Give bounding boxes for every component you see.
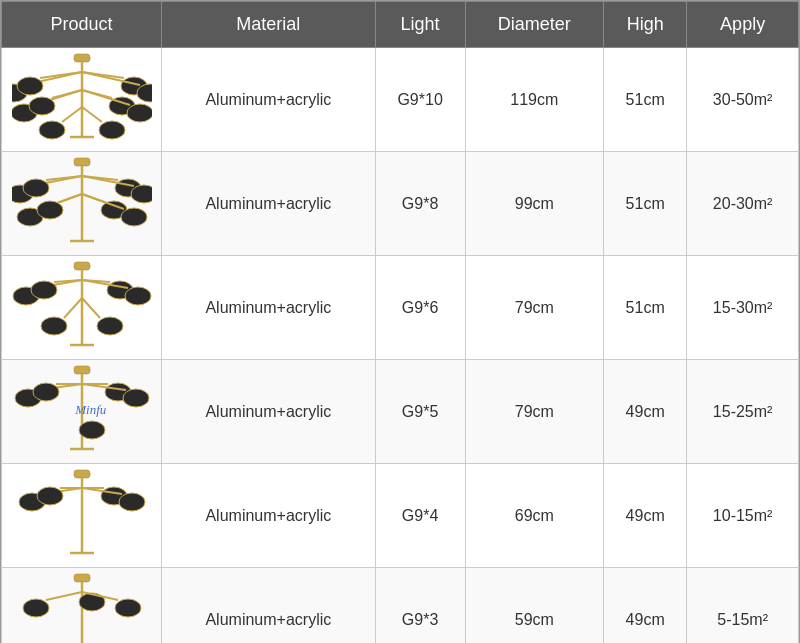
svg-point-67	[123, 389, 149, 407]
material-cell-3: Aluminum+acrylic	[162, 256, 376, 360]
high-cell-2: 51cm	[604, 152, 687, 256]
material-cell-2: Aluminum+acrylic	[162, 152, 376, 256]
product-table-container: Product Material Light Diameter High App…	[0, 0, 800, 643]
svg-line-13	[52, 90, 82, 98]
diameter-cell-2: 99cm	[465, 152, 604, 256]
svg-point-14	[29, 97, 55, 115]
light-cell-3: G9*6	[375, 256, 465, 360]
svg-point-52	[125, 287, 151, 305]
apply-cell-6: 5-15m²	[687, 568, 799, 644]
svg-point-76	[37, 487, 63, 505]
col-header-high: High	[604, 2, 687, 48]
svg-point-56	[97, 317, 123, 335]
table-row: Aluminum+acrylicG9*899cm51cm20-30m²	[2, 152, 799, 256]
svg-rect-23	[74, 158, 90, 166]
svg-point-18	[127, 104, 152, 122]
light-cell-4: G9*5	[375, 360, 465, 464]
light-cell-6: G9*3	[375, 568, 465, 644]
apply-cell-5: 10-15m²	[687, 464, 799, 568]
svg-point-63	[33, 383, 59, 401]
svg-rect-81	[74, 574, 90, 582]
col-header-material: Material	[162, 2, 376, 48]
diameter-cell-4: 79cm	[465, 360, 604, 464]
diameter-cell-1: 119cm	[465, 48, 604, 152]
product-cell-6	[2, 568, 162, 644]
svg-rect-57	[74, 366, 90, 374]
svg-line-19	[62, 107, 82, 122]
product-cell-3	[2, 256, 162, 360]
svg-line-84	[46, 592, 82, 600]
svg-rect-42	[74, 262, 90, 270]
high-cell-6: 49cm	[604, 568, 687, 644]
apply-cell-3: 15-30m²	[687, 256, 799, 360]
svg-point-33	[131, 185, 152, 203]
svg-point-29	[23, 179, 49, 197]
table-row: Aluminum+acrylicG9*679cm51cm15-30m²	[2, 256, 799, 360]
svg-line-53	[64, 298, 82, 318]
svg-point-85	[23, 599, 49, 617]
col-header-light: Light	[375, 2, 465, 48]
diameter-cell-3: 79cm	[465, 256, 604, 360]
col-header-apply: Apply	[687, 2, 799, 48]
svg-point-37	[37, 201, 63, 219]
svg-point-41	[121, 208, 147, 226]
light-cell-5: G9*4	[375, 464, 465, 568]
high-cell-1: 51cm	[604, 48, 687, 152]
material-cell-5: Aluminum+acrylic	[162, 464, 376, 568]
high-cell-5: 49cm	[604, 464, 687, 568]
table-header-row: Product Material Light Diameter High App…	[2, 2, 799, 48]
table-row: Aluminum+acrylicG9*10119cm51cm30-50m²	[2, 48, 799, 152]
table-row: MinfuAluminum+acrylicG9*579cm49cm15-25m²	[2, 360, 799, 464]
product-cell-4: Minfu	[2, 360, 162, 464]
light-cell-2: G9*8	[375, 152, 465, 256]
diameter-cell-6: 59cm	[465, 568, 604, 644]
product-table: Product Material Light Diameter High App…	[1, 1, 799, 643]
svg-point-54	[41, 317, 67, 335]
high-cell-3: 51cm	[604, 256, 687, 360]
svg-line-36	[60, 194, 82, 202]
product-cell-2	[2, 152, 162, 256]
svg-point-20	[39, 121, 65, 139]
svg-rect-0	[74, 54, 90, 62]
table-row: Aluminum+acrylicG9*359cm49cm5-15m²	[2, 568, 799, 644]
col-header-diameter: Diameter	[465, 2, 604, 48]
svg-point-80	[119, 493, 145, 511]
product-cell-5	[2, 464, 162, 568]
material-cell-6: Aluminum+acrylic	[162, 568, 376, 644]
table-row: Aluminum+acrylicG9*469cm49cm10-15m²	[2, 464, 799, 568]
product-cell-1	[2, 48, 162, 152]
apply-cell-1: 30-50m²	[687, 48, 799, 152]
material-cell-4: Aluminum+acrylic	[162, 360, 376, 464]
high-cell-4: 49cm	[604, 360, 687, 464]
apply-cell-4: 15-25m²	[687, 360, 799, 464]
svg-line-55	[82, 298, 100, 318]
light-cell-1: G9*10	[375, 48, 465, 152]
svg-point-89	[115, 599, 141, 617]
svg-point-6	[17, 77, 43, 95]
apply-cell-2: 20-30m²	[687, 152, 799, 256]
svg-rect-70	[74, 470, 90, 478]
svg-point-69	[79, 421, 105, 439]
svg-line-21	[82, 107, 102, 122]
material-cell-1: Aluminum+acrylic	[162, 48, 376, 152]
svg-point-22	[99, 121, 125, 139]
col-header-product: Product	[2, 2, 162, 48]
svg-point-48	[31, 281, 57, 299]
diameter-cell-5: 69cm	[465, 464, 604, 568]
